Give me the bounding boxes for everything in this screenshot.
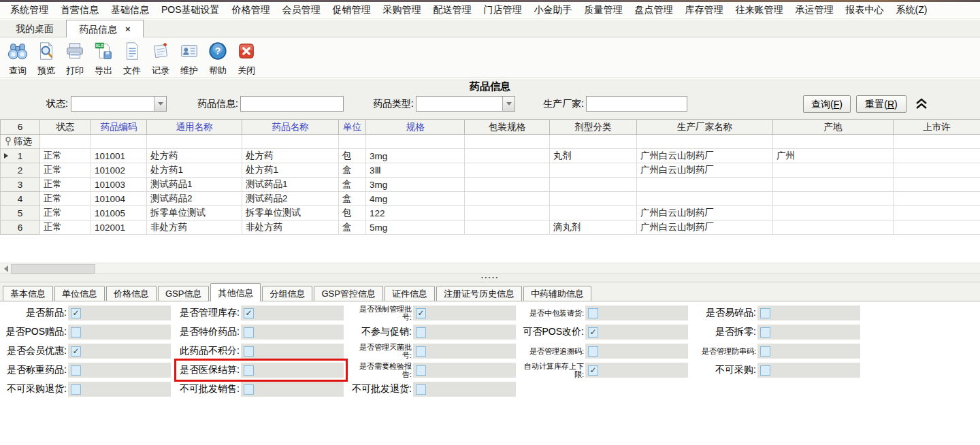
col-header-manufacturer[interactable]: 生产厂家名称 (637, 120, 773, 135)
filter-cell-dosage-form[interactable] (550, 135, 637, 149)
cell-market-holder[interactable] (894, 220, 980, 235)
cell-drug-name[interactable]: 非处方药 (242, 220, 339, 235)
table-row[interactable]: 1正常101001处方药处方药包3mg丸剂广州白云山制药厂广州 (1, 149, 980, 163)
menu-item-13[interactable]: 库存管理 (679, 4, 730, 16)
mid-package-request-checkbox[interactable] (588, 308, 598, 318)
cell-unit[interactable]: 包 (339, 149, 366, 163)
cell-origin[interactable] (773, 192, 894, 206)
cell-generic-name[interactable]: 非处方药 (147, 220, 242, 235)
menu-item-15[interactable]: 承运管理 (789, 4, 840, 16)
toolbar-button-maintain[interactable]: 维护 (175, 37, 203, 78)
col-header-generic-name[interactable]: 通用名称 (147, 120, 242, 135)
toolbar-button-file[interactable]: 文件 (118, 37, 146, 78)
menu-item-5[interactable]: 会员管理 (276, 4, 327, 16)
no-wholesale-return-checkbox[interactable] (416, 384, 426, 395)
cell-unit[interactable]: 盒 (339, 192, 366, 206)
cell-code[interactable]: 101002 (91, 163, 147, 178)
scroll-left-icon[interactable] (0, 263, 11, 274)
pos-price-change-checkbox[interactable]: ✓ (588, 327, 598, 337)
no-promotion-checkbox[interactable] (416, 327, 426, 337)
is-pos-gift-checkbox[interactable] (71, 327, 81, 337)
cell-origin[interactable] (773, 178, 894, 192)
menu-item-6[interactable]: 促销管理 (327, 4, 377, 16)
row-number[interactable]: 2 (1, 163, 40, 178)
no-wholesale-sale-checkbox[interactable] (244, 384, 254, 395)
cell-generic-name[interactable]: 测试药品1 (147, 178, 242, 192)
is-special-price-checkbox[interactable] (244, 327, 254, 337)
chevron-down-icon[interactable] (154, 97, 166, 111)
filter-cell-origin[interactable] (773, 135, 894, 149)
cell-dosage-form[interactable] (550, 206, 637, 220)
table-row[interactable]: 6正常102001非处方药非处方药盒5mg滴丸剂广州白云山制药厂 (1, 220, 980, 235)
col-header-origin[interactable]: 产地 (773, 120, 894, 135)
cell-manufacturer[interactable]: 广州白云山制药厂 (637, 163, 773, 178)
cell-origin[interactable] (773, 163, 894, 178)
filter-row-header[interactable]: 筛选 (1, 135, 40, 149)
no-purchase-checkbox[interactable] (760, 365, 770, 376)
toolbar-button-print[interactable]: 打印 (61, 37, 89, 78)
menu-item-14[interactable]: 往来账管理 (730, 4, 789, 16)
cell-origin[interactable] (773, 220, 894, 235)
tab-other-info[interactable]: 其他信息 (210, 283, 261, 301)
cell-dosage-form[interactable] (550, 192, 637, 206)
toolbar-button-export[interactable]: XLS导出 (89, 37, 118, 78)
cell-code[interactable]: 101003 (91, 178, 147, 192)
chevron-down-icon[interactable] (502, 97, 514, 111)
cell-spec[interactable]: 3mg (366, 178, 465, 192)
cell-pack-spec[interactable] (465, 149, 550, 163)
toolbar-button-record[interactable]: 记录 (146, 37, 175, 78)
is-member-discount-checkbox[interactable]: ✓ (71, 346, 81, 357)
manufacturer-input[interactable] (586, 96, 687, 112)
cell-generic-name[interactable]: 拆零单位测试 (147, 206, 242, 220)
is-split-checkbox[interactable] (760, 327, 770, 337)
filter-cell-generic-name[interactable] (147, 135, 242, 149)
col-header-drug-name[interactable]: 药品名称 (242, 120, 339, 135)
filter-cell-spec[interactable] (366, 135, 465, 149)
medical-insurance-checkbox[interactable] (244, 365, 254, 376)
cell-status[interactable]: 正常 (40, 220, 91, 235)
row-number[interactable]: 3 (1, 178, 40, 192)
table-row[interactable]: 3正常101003测试药品1测试药品1盒3mg (1, 178, 980, 192)
col-header-pack-spec[interactable]: 包装规格 (465, 120, 550, 135)
col-header-dosage-form[interactable]: 剂型分类 (550, 120, 637, 135)
cell-origin[interactable]: 广州 (773, 149, 894, 163)
is-weighed-drug-checkbox[interactable] (71, 365, 81, 376)
cell-pack-spec[interactable] (465, 163, 550, 178)
menu-item-10[interactable]: 小金助手 (528, 4, 578, 16)
menu-item-12[interactable]: 盘点管理 (629, 4, 679, 16)
drug-type-select[interactable] (416, 96, 515, 112)
no-points-checkbox[interactable] (244, 346, 254, 357)
manage-trace-code-checkbox[interactable] (588, 346, 598, 357)
menu-item-1[interactable]: 首营信息 (54, 4, 105, 16)
status-select[interactable] (71, 96, 167, 112)
tab-tcm-aux-info[interactable]: 中药辅助信息 (523, 286, 591, 301)
cell-manufacturer[interactable] (637, 192, 773, 206)
cell-unit[interactable]: 盒 (339, 220, 366, 235)
cell-dosage-form[interactable] (550, 163, 637, 178)
filter-cell-code[interactable] (91, 135, 147, 149)
cell-code[interactable]: 102001 (91, 220, 147, 235)
grid-filter-row[interactable]: 筛选 (1, 135, 980, 149)
toolbar-button-help[interactable]: ?帮助 (203, 37, 232, 78)
tab-cert-info[interactable]: 证件信息 (385, 286, 435, 301)
toolbar-button-search[interactable]: 查询 (3, 37, 32, 78)
tab-gsp-info[interactable]: GSP信息 (158, 286, 209, 301)
cell-generic-name[interactable]: 处方药1 (147, 163, 242, 178)
cell-drug-name[interactable]: 测试药品1 (242, 178, 339, 192)
manage-stock-checkbox[interactable]: ✓ (244, 308, 254, 318)
row-number[interactable]: 4 (1, 192, 40, 206)
menu-item-2[interactable]: 基础信息 (105, 4, 155, 16)
cell-spec[interactable]: 5mg (366, 220, 465, 235)
table-row[interactable]: 4正常101004测试药品2测试药品2盒4mg (1, 192, 980, 206)
tab-unit-info[interactable]: 单位信息 (54, 286, 105, 301)
is-new-product-checkbox[interactable]: ✓ (71, 308, 81, 318)
cell-manufacturer[interactable]: 广州白云山制药厂 (637, 149, 773, 163)
toolbar-button-preview[interactable]: 预览 (32, 37, 61, 78)
menu-item-7[interactable]: 采购管理 (377, 4, 427, 16)
cell-spec[interactable]: 122 (366, 206, 465, 220)
no-purchase-return-checkbox[interactable] (71, 384, 81, 395)
filter-cell-market-holder[interactable] (894, 135, 980, 149)
query-button[interactable]: 查询(F) (803, 95, 851, 113)
menu-item-4[interactable]: 价格管理 (226, 4, 276, 16)
menu-item-11[interactable]: 质量管理 (578, 4, 629, 16)
